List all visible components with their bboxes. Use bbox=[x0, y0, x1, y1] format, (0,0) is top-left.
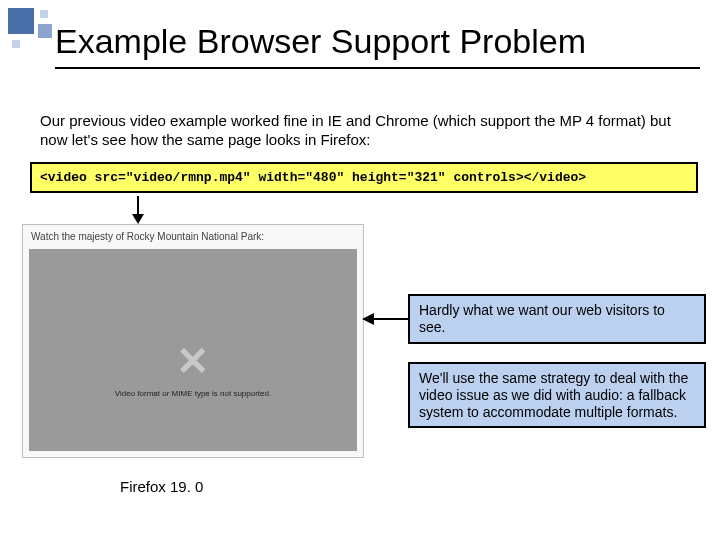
video-error-text: Video format or MIME type is not support… bbox=[29, 389, 357, 398]
svg-marker-1 bbox=[132, 214, 144, 224]
browser-screenshot: Watch the majesty of Rocky Mountain Nati… bbox=[22, 224, 364, 458]
firefox-label: Firefox 19. 0 bbox=[120, 478, 203, 495]
x-icon: ✕ bbox=[29, 341, 357, 381]
page-title: Example Browser Support Problem bbox=[55, 22, 700, 69]
page-caption: Watch the majesty of Rocky Mountain Nati… bbox=[31, 231, 264, 242]
intro-text: Our previous video example worked fine i… bbox=[40, 112, 690, 150]
arrow-left-icon bbox=[362, 312, 408, 330]
code-block: <video src="video/rmnp.mp4" width="480" … bbox=[30, 162, 698, 193]
video-placeholder: ✕ Video format or MIME type is not suppo… bbox=[29, 249, 357, 451]
svg-marker-3 bbox=[362, 313, 374, 325]
callout-box-1: Hardly what we want our web visitors to … bbox=[408, 294, 706, 344]
callout-box-2: We'll use the same strategy to deal with… bbox=[408, 362, 706, 428]
